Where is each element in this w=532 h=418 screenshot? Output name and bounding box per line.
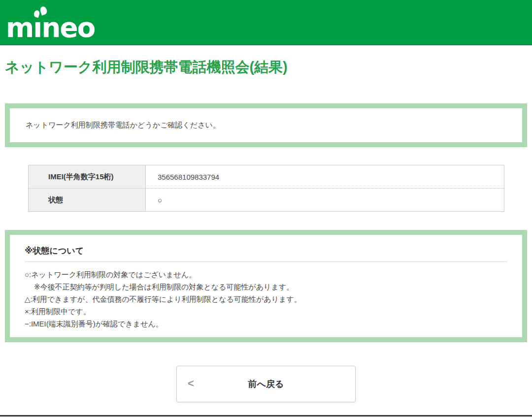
- leaf-right: [39, 5, 48, 15]
- legend-line-circle: ○:ネットワーク利用制限の対象ではございません。: [25, 268, 507, 281]
- page-title: ネットワーク利用制限携帯電話機照会(結果): [5, 59, 527, 75]
- notice-text: ネットワーク利用制限携帯電話かどうかご確認ください。: [26, 121, 220, 130]
- back-button-label: 前へ戻る: [248, 379, 284, 389]
- legend-line-cross: ×:利用制限中です。: [25, 305, 507, 318]
- back-button[interactable]: < 前へ戻る: [176, 366, 356, 402]
- result-table: IMEI(半角数字15桁) 356568109833794 状態 ○: [28, 165, 504, 212]
- legend-lines: ○:ネットワーク利用制限の対象ではございません。 ※今後不正契約等が判明した場合…: [25, 268, 507, 330]
- status-legend-box: ※状態について ○:ネットワーク利用制限の対象ではございません。 ※今後不正契約…: [5, 230, 527, 342]
- legend-divider: [25, 261, 507, 262]
- status-value: ○: [146, 189, 504, 212]
- bottom-divider: [0, 415, 532, 417]
- app-header: mineo: [0, 0, 532, 45]
- leaf-left: [33, 10, 40, 18]
- status-label: 状態: [29, 189, 146, 212]
- table-row-status: 状態 ○: [29, 189, 504, 212]
- notice-box: ネットワーク利用制限携帯電話かどうかご確認ください。: [5, 103, 527, 147]
- imei-label: IMEI(半角数字15桁): [29, 165, 146, 189]
- mineo-logo[interactable]: mineo: [6, 6, 100, 41]
- legend-line-triangle: △:利用できますが、代金債務の不履行等により利用制限となる可能性があります。: [25, 293, 507, 305]
- mineo-leaf-icon: [33, 6, 51, 21]
- imei-value: 356568109833794: [146, 165, 504, 189]
- legend-heading: ※状態について: [25, 246, 507, 257]
- legend-line-dash: −:IMEI(端末識別番号)が確認できません。: [25, 318, 507, 330]
- chevron-left-icon: <: [188, 377, 194, 390]
- legend-line-circle-note: ※今後不正契約等が判明した場合は利用制限の対象となる可能性があります。: [25, 281, 507, 293]
- table-row-imei: IMEI(半角数字15桁) 356568109833794: [29, 165, 504, 189]
